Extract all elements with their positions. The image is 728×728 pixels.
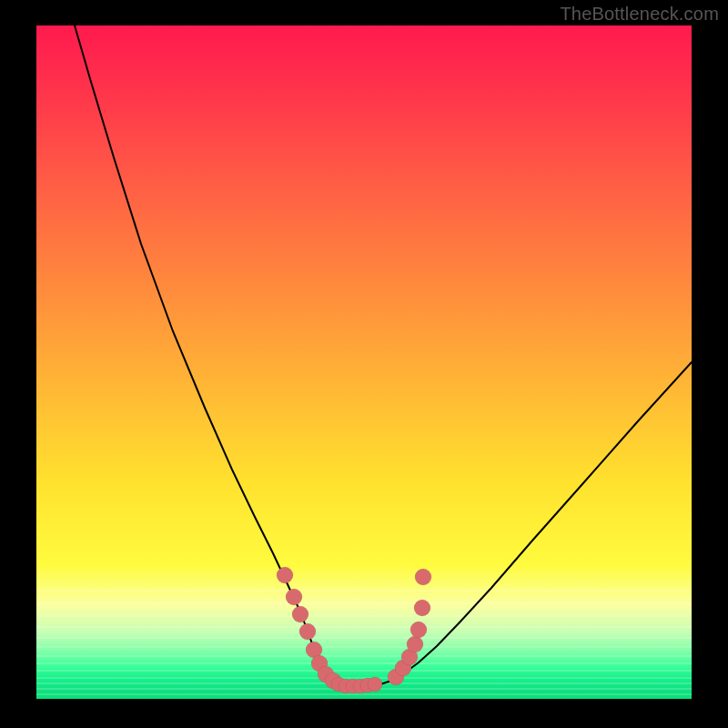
data-dot [368, 677, 382, 692]
data-dot [414, 600, 430, 616]
data-dot [286, 589, 302, 605]
data-dot [292, 606, 308, 622]
data-dot [415, 569, 431, 585]
data-dot [299, 623, 316, 640]
watermark-text: TheBottleneck.com [560, 4, 719, 25]
data-dot [407, 636, 423, 652]
data-dot [410, 622, 427, 638]
plot-area [36, 25, 692, 699]
curve-svg [36, 25, 692, 699]
bottleneck-curve [75, 25, 692, 686]
chart-stage: TheBottleneck.com [0, 0, 728, 728]
data-dot [277, 567, 293, 583]
curve-dots [277, 567, 431, 693]
